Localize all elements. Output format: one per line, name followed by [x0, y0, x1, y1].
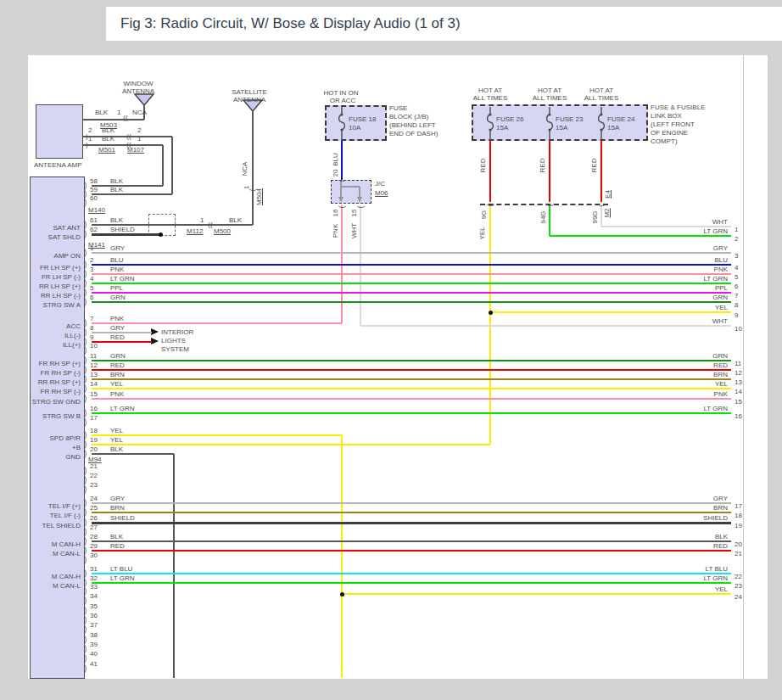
left-pin-label: STRG SW A [31, 302, 81, 309]
wire-lt-grn [550, 235, 731, 237]
title-bar: Fig 3: Radio Circuit, W/ Bose & Display … [106, 7, 782, 41]
pin-number: 13 [90, 372, 98, 378]
power-header: ALL TIMES [533, 95, 567, 102]
wire-color-label: LT GRN [110, 406, 135, 412]
wire-yel [490, 311, 731, 313]
fuse26-icon [484, 107, 496, 141]
pin-number: 1 [200, 217, 204, 224]
wire-color-label: PNK [667, 266, 728, 273]
wire-color-label: RED [667, 362, 728, 369]
power-header: ALL TIMES [584, 95, 618, 102]
wire-color-label: GRY [110, 496, 125, 502]
pin-number: 12 [735, 370, 742, 377]
fusible-link-note: LINK BOX [651, 113, 682, 120]
wire-color-label: PPL [110, 285, 123, 292]
pin-arc: ) [84, 467, 87, 475]
wire-color-label: GRN [667, 353, 728, 360]
wire-color-label: LT GRN [667, 575, 728, 582]
wire-color-label: WHT [667, 318, 728, 325]
pin-number: 1 [137, 136, 141, 143]
connector-mark: (( [208, 221, 212, 228]
fuse23-rating: 15A [556, 125, 567, 132]
connector-label-m94: M94 [88, 456, 102, 463]
wire-color-label: PNK [667, 391, 728, 398]
pin-arc: ) [84, 596, 87, 605]
fuse18-rating: 10A [349, 125, 360, 132]
pin-number: 15 [735, 399, 742, 406]
wire-color-label: BRN [667, 372, 728, 378]
pin-number: 1 [735, 227, 738, 233]
wire-color-label: BLK [110, 534, 123, 540]
pin-number: 27 [90, 524, 98, 531]
wire-int [359, 187, 360, 202]
wire-blk [252, 111, 254, 225]
pin-number: 35 [90, 603, 98, 610]
connector-mark: (( [123, 115, 127, 121]
wire-blu [341, 141, 343, 180]
wire-ppl [92, 292, 731, 294]
connector-label-9g: 9G [481, 210, 488, 220]
pin-arc: ) [84, 328, 87, 337]
wire-blk [92, 540, 731, 542]
pin-arc: ) [84, 450, 87, 458]
pin-number: 8 [90, 325, 93, 332]
interior-lights-label: INTERIOR [161, 329, 193, 336]
wire-yel [92, 388, 731, 389]
wire-color-label: LT GRN [667, 228, 728, 235]
pin-number: 24 [735, 594, 742, 601]
fuse24-rating: 15A [607, 125, 619, 132]
wire-shield [92, 522, 731, 524]
pin-number: 4 [90, 276, 93, 283]
pin-number: 8 [735, 302, 738, 309]
connector-label-m504: M504 [256, 188, 263, 205]
pin-number: 31 [90, 566, 98, 573]
wire-color-label: RED [539, 159, 546, 173]
power-header: HOT AT [589, 87, 613, 94]
wire-grn [92, 360, 731, 361]
wire-color-label: BLK [95, 109, 108, 116]
left-pin-label: GND [31, 454, 81, 461]
connector-mark: ( [338, 180, 346, 182]
pin-number: 2 [88, 127, 92, 134]
interior-lights-arrow-icon [151, 338, 159, 344]
left-pin-label: SAT SHLD [31, 234, 81, 241]
wire-wht [360, 325, 731, 327]
wire-wht [600, 206, 602, 227]
wire-blk [162, 145, 164, 186]
pin-arc: ) [84, 260, 87, 269]
wire-color-label: BLK [110, 446, 123, 453]
wire-red [549, 141, 550, 202]
connector-label-94g: 94G [540, 210, 547, 223]
wire-color-label: BLK [102, 136, 115, 143]
pin-number: 41 [90, 661, 98, 668]
fuse-block-note: END OF DASH) [389, 131, 438, 137]
pin-number: 19 [90, 437, 98, 444]
pin-number: 17 [735, 503, 742, 510]
wire-red [92, 369, 731, 371]
pin-arc: ) [84, 249, 87, 257]
pin-number: 20 [332, 170, 339, 177]
pin-number: 10 [735, 326, 742, 333]
pin-number: 1 [88, 136, 92, 143]
left-pin-label: STRG SW B [31, 413, 81, 420]
pin-arc: ) [84, 546, 87, 555]
wire-color-label: YEL [110, 437, 123, 444]
pin-number: 11 [90, 353, 97, 360]
wire-red [92, 341, 152, 343]
pin-number: 3 [735, 253, 738, 260]
wire-int [342, 186, 360, 188]
wire-color-label: YEL [667, 305, 728, 311]
wire-grn [92, 301, 731, 303]
pin-arc: ) [84, 270, 87, 278]
wire-color-label: RED [591, 159, 598, 173]
wire-color-label: PNK [110, 391, 124, 398]
connector-mark: ( [357, 206, 365, 209]
pin-number: 15 [351, 210, 358, 217]
pin-arc: ) [84, 221, 87, 229]
pin-arc: ) [84, 485, 87, 494]
pin-number: 39 [90, 641, 98, 648]
satellite-antenna-label: ANTENNA [233, 97, 265, 104]
connector-label-m112: M112 [187, 228, 203, 235]
fuse-block-note: FUSE [389, 105, 407, 112]
wire-lt-grn [549, 206, 550, 236]
